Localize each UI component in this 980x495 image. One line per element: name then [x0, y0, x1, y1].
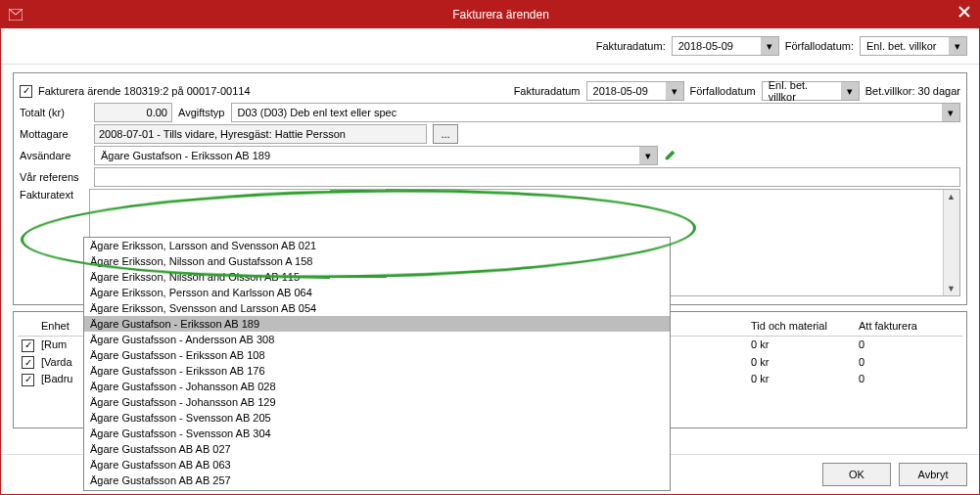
dropdown-item[interactable]: Ägare Gustafson - Eriksson AB 189 — [84, 316, 670, 332]
row-checkbox[interactable] — [22, 339, 34, 352]
mail-icon — [9, 9, 23, 21]
cell-tid: 0 kr — [747, 337, 855, 354]
edit-icon[interactable] — [664, 148, 677, 163]
chevron-down-icon: ▾ — [666, 82, 683, 100]
ok-label: OK — [849, 469, 864, 480]
cell-att: 0 — [855, 371, 962, 388]
window-title: Fakturera ärenden — [30, 8, 971, 22]
row-checkbox[interactable] — [22, 374, 34, 386]
dropdown-item[interactable]: Ägare Eriksson, Nilsson and Gustafsson A… — [84, 253, 670, 269]
totalt-field: 0.00 — [94, 103, 172, 122]
forfallodatum-combo[interactable]: Enl. bet. villkor ▾ — [860, 36, 967, 56]
cell-att: 0 — [855, 337, 962, 354]
ok-button[interactable]: OK — [822, 463, 891, 486]
case-label: Fakturera ärende 180319:2 på 00017-00114 — [38, 85, 251, 97]
forfallodatum-value: Enl. bet. villkor — [861, 40, 949, 52]
dropdown-item[interactable]: Ägare Gustafsson - Svensson AB 304 — [84, 426, 670, 441]
mottagare-browse-button[interactable]: ... — [433, 124, 458, 144]
col-att: Att fakturera — [855, 318, 962, 334]
row-checkbox[interactable] — [22, 356, 34, 369]
cell-att: 0 — [855, 354, 962, 372]
dropdown-item[interactable]: Ägare Gustafsson Aktiebolag AB 236 — [84, 488, 670, 491]
mottagare-value: 2008-07-01 - Tills vidare, Hyresgäst: Ha… — [99, 128, 346, 140]
avsandare-label: Avsändare — [20, 150, 88, 161]
top-date-row: Fakturadatum: 2018-05-09 ▾ Förfallodatum… — [1, 28, 979, 65]
titlebar: Fakturera ärenden — [1, 1, 979, 28]
fakturatext-label: Fakturatext — [20, 189, 83, 201]
case-forfallodatum-label: Förfallodatum — [690, 85, 756, 97]
dropdown-item[interactable]: Ägare Gustafsson - Johansson AB 129 — [84, 394, 670, 410]
case-forfallodatum-value: Enl. bet. villkor — [763, 79, 841, 103]
avgiftstyp-value: D03 (D03) Deb enl text eller spec — [232, 107, 943, 118]
fakturadatum-label: Fakturadatum: — [596, 40, 666, 52]
fakturera-checkbox[interactable] — [20, 85, 32, 98]
dropdown-item[interactable]: Ägare Gustafsson - Eriksson AB 108 — [84, 347, 670, 363]
col-tid: Tid och material — [747, 318, 855, 334]
cell-tid: 0 kr — [747, 371, 855, 388]
chevron-down-icon: ▾ — [639, 147, 657, 164]
varreferens-input[interactable] — [94, 167, 960, 187]
mottagare-label: Mottagare — [20, 128, 88, 140]
dropdown-item[interactable]: Ägare Gustafsson - Johansson AB 028 — [84, 379, 670, 394]
mottagare-field: 2008-07-01 - Tills vidare, Hyresgäst: Ha… — [94, 124, 427, 144]
dropdown-item[interactable]: Ägare Gustafsson - Eriksson AB 176 — [84, 363, 670, 379]
dropdown-item[interactable]: Ägare Eriksson, Nilsson and Olsson AB 11… — [84, 269, 670, 285]
forfallodatum-label: Förfallodatum: — [785, 40, 854, 52]
betvillkor-label: Bet.villkor: 30 dagar — [865, 85, 960, 97]
chevron-down-icon: ▾ — [761, 37, 778, 55]
avsandare-combo[interactable]: Ägare Gustafson - Eriksson AB 189 ▾ — [94, 146, 658, 165]
dropdown-item[interactable]: Ägare Gustafsson AB AB 257 — [84, 472, 670, 488]
dropdown-item[interactable]: Ägare Eriksson, Persson and Karlsson AB … — [84, 285, 670, 300]
cancel-button[interactable]: Avbryt — [899, 463, 967, 486]
dropdown-item[interactable]: Ägare Gustafsson AB AB 063 — [84, 457, 670, 472]
fakturadatum-combo[interactable]: 2018-05-09 ▾ — [672, 36, 779, 56]
case-fakturadatum-label: Fakturadatum — [514, 85, 581, 97]
chevron-down-icon: ▾ — [942, 104, 959, 121]
cell-tid: 0 kr — [747, 354, 855, 372]
content-area: Fakturera ärende 180319:2 på 00017-00114… — [1, 65, 979, 454]
case-forfallodatum-combo[interactable]: Enl. bet. villkor ▾ — [762, 81, 860, 101]
dropdown-item[interactable]: Ägare Eriksson, Svensson and Larsson AB … — [84, 300, 670, 316]
dropdown-item[interactable]: Ägare Gustafsson - Andersson AB 308 — [84, 332, 670, 347]
avgiftstyp-label: Avgiftstyp — [178, 107, 225, 118]
dropdown-item[interactable]: Ägare Gustafsson AB AB 027 — [84, 441, 670, 457]
chevron-down-icon: ▾ — [841, 82, 859, 100]
window: Fakturera ärenden Fakturadatum: 2018-05-… — [0, 0, 980, 495]
scrollbar[interactable] — [943, 190, 959, 295]
dropdown-item[interactable]: Ägare Gustafsson - Svensson AB 205 — [84, 410, 670, 426]
totalt-value: 0.00 — [147, 107, 167, 118]
varreferens-label: Vår referens — [20, 171, 88, 183]
dropdown-item[interactable]: Ägare Eriksson, Larsson and Svensson AB … — [84, 238, 670, 253]
avsandare-value: Ägare Gustafson - Eriksson AB 189 — [95, 150, 639, 161]
totalt-label: Totalt (kr) — [20, 107, 88, 118]
chevron-down-icon: ▾ — [949, 37, 966, 55]
case-fakturadatum-value: 2018-05-09 — [587, 85, 666, 97]
fakturadatum-value: 2018-05-09 — [673, 40, 761, 52]
avsandare-dropdown-list[interactable]: Ägare Eriksson, Larsson and Svensson AB … — [83, 237, 671, 491]
case-fakturadatum-combo[interactable]: 2018-05-09 ▾ — [586, 81, 684, 101]
avgiftstyp-combo[interactable]: D03 (D03) Deb enl text eller spec ▾ — [231, 103, 961, 122]
cancel-label: Avbryt — [918, 469, 949, 480]
close-icon[interactable] — [957, 5, 971, 21]
